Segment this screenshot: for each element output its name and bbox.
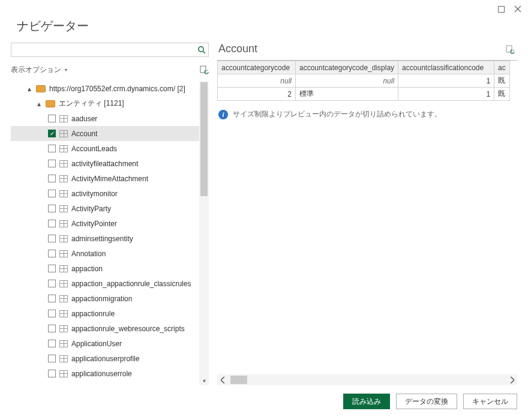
tree-item-label[interactable]: aaduser bbox=[71, 115, 97, 123]
tree-item-label[interactable]: AccountLeads bbox=[71, 145, 117, 153]
table-icon bbox=[59, 295, 68, 302]
vertical-scrollbar[interactable]: ▾ bbox=[199, 81, 209, 385]
search-box[interactable] bbox=[11, 43, 209, 57]
table-cell: null bbox=[296, 74, 398, 88]
tree-item-label[interactable]: appaction_appactionrule_classicrules bbox=[71, 280, 191, 288]
notice-text: サイズ制限よりプレビュー内のデータが切り詰められています。 bbox=[233, 109, 442, 119]
checkbox[interactable] bbox=[48, 160, 56, 167]
tree-item-label[interactable]: ActivityParty bbox=[71, 205, 111, 213]
table-icon bbox=[59, 370, 68, 377]
column-header[interactable]: accountclassificationcode bbox=[398, 61, 494, 74]
scroll-thumb[interactable] bbox=[200, 82, 208, 196]
table-icon bbox=[59, 205, 68, 212]
scroll-left-icon[interactable] bbox=[217, 374, 228, 385]
column-header[interactable]: accountcategorycode bbox=[218, 61, 296, 74]
table-cell: null bbox=[218, 74, 296, 88]
close-button[interactable] bbox=[514, 5, 522, 13]
tree-item-label[interactable]: appactionrule bbox=[71, 310, 115, 318]
preview-grid[interactable]: accountcategorycodeaccountcategorycode_d… bbox=[217, 60, 517, 101]
preview-header: Account bbox=[217, 43, 517, 60]
tree-item-label[interactable]: ActivityMimeAttachment bbox=[71, 175, 148, 183]
svg-point-3 bbox=[199, 47, 203, 52]
display-options-dropdown[interactable]: 表示オプション ▾ bbox=[11, 65, 67, 75]
checkbox[interactable] bbox=[48, 190, 56, 197]
chevron-down-icon: ▾ bbox=[65, 67, 67, 73]
checkbox[interactable] bbox=[48, 175, 56, 182]
table-icon bbox=[59, 310, 68, 317]
scroll-down-icon[interactable]: ▾ bbox=[199, 377, 209, 384]
checkbox[interactable] bbox=[48, 355, 56, 362]
tree-item-label[interactable]: ApplicationUser bbox=[71, 340, 122, 348]
checkbox[interactable] bbox=[48, 280, 56, 287]
table-row[interactable]: 2標準1既 bbox=[218, 88, 510, 101]
checkbox[interactable] bbox=[48, 310, 56, 317]
tree-item-label[interactable]: appactionmigration bbox=[71, 295, 132, 303]
caret-down-icon[interactable]: ▴ bbox=[26, 85, 32, 93]
table-icon bbox=[59, 130, 68, 137]
tree-item-label[interactable]: Annotation bbox=[71, 250, 106, 258]
table-cell: 既 bbox=[494, 88, 510, 101]
scroll-right-icon[interactable] bbox=[506, 374, 517, 385]
refresh-icon[interactable] bbox=[199, 65, 209, 74]
tree-item-label[interactable]: applicationuserprofile bbox=[71, 355, 139, 363]
checkbox[interactable] bbox=[48, 115, 56, 122]
tree-item-label[interactable]: ActivityPointer bbox=[71, 220, 117, 228]
svg-rect-0 bbox=[498, 6, 504, 12]
hscroll-thumb[interactable] bbox=[230, 376, 247, 384]
table-icon bbox=[59, 250, 68, 257]
tree-item-label[interactable]: activitymonitor bbox=[71, 190, 118, 198]
checkbox[interactable] bbox=[48, 325, 56, 332]
tree-root-label[interactable]: https://org170552ef.crm.dynamics.com/ [2… bbox=[49, 85, 185, 93]
checkbox[interactable] bbox=[48, 340, 56, 347]
table-row[interactable]: nullnull1既 bbox=[218, 74, 510, 88]
checkbox[interactable] bbox=[48, 145, 56, 152]
tree-item-label[interactable]: appactionrule_webresource_scripts bbox=[71, 325, 185, 333]
checkbox-checked[interactable]: ✓ bbox=[48, 130, 56, 137]
checkbox[interactable] bbox=[48, 205, 56, 212]
tree-wrap: ▴https://org170552ef.crm.dynamics.com/ [… bbox=[11, 81, 209, 385]
info-icon: i bbox=[218, 110, 228, 119]
tree-item-label[interactable]: activityfileattachment bbox=[71, 160, 138, 168]
body: 表示オプション ▾ ▴https://org170552ef.crm.dynam… bbox=[0, 38, 528, 385]
column-header[interactable]: accountcategorycode_display bbox=[296, 61, 398, 74]
checkbox[interactable] bbox=[48, 265, 56, 272]
tree-item-label[interactable]: applicationuserrole bbox=[71, 370, 132, 378]
table-icon bbox=[59, 190, 68, 197]
table-cell: 2 bbox=[218, 88, 296, 101]
svg-line-4 bbox=[203, 51, 205, 53]
display-options-row: 表示オプション ▾ bbox=[11, 61, 209, 79]
checkbox[interactable] bbox=[48, 250, 56, 257]
window-title: ナビゲーター bbox=[0, 18, 528, 38]
titlebar bbox=[0, 0, 528, 18]
load-button[interactable]: 読み込み bbox=[343, 394, 390, 409]
table-icon bbox=[59, 175, 68, 182]
tree-item-label[interactable]: adminsettingsentity bbox=[71, 235, 133, 243]
entity-tree[interactable]: ▴https://org170552ef.crm.dynamics.com/ [… bbox=[11, 81, 209, 385]
column-header[interactable]: ac bbox=[494, 61, 510, 74]
preview-refresh-icon[interactable] bbox=[505, 44, 515, 54]
table-icon bbox=[59, 160, 68, 167]
footer: 読み込み データの変換 キャンセル bbox=[0, 385, 528, 420]
folder-icon bbox=[36, 85, 46, 92]
cancel-button[interactable]: キャンセル bbox=[463, 394, 517, 409]
caret-down-icon[interactable]: ▴ bbox=[36, 100, 42, 108]
table-icon bbox=[59, 325, 68, 332]
table-icon bbox=[59, 355, 68, 362]
search-input[interactable] bbox=[14, 44, 197, 56]
horizontal-scrollbar[interactable] bbox=[217, 374, 517, 385]
tree-item-label[interactable]: appaction bbox=[71, 265, 103, 273]
tree-entities-label[interactable]: エンティティ [1121] bbox=[59, 98, 124, 109]
navigator-window: ナビゲーター 表示オプション ▾ ▴https://org bbox=[0, 0, 528, 420]
checkbox[interactable] bbox=[48, 370, 56, 377]
checkbox[interactable] bbox=[48, 295, 56, 302]
transform-data-button[interactable]: データの変換 bbox=[396, 394, 457, 409]
checkbox[interactable] bbox=[48, 235, 56, 242]
table-icon bbox=[59, 220, 68, 227]
checkbox[interactable] bbox=[48, 220, 56, 227]
tree-item-label[interactable]: Account bbox=[71, 130, 97, 138]
table-icon bbox=[59, 115, 68, 122]
table-cell: 1 bbox=[398, 88, 494, 101]
search-icon[interactable] bbox=[197, 46, 206, 54]
table-icon bbox=[59, 265, 68, 272]
maximize-button[interactable] bbox=[497, 5, 505, 13]
